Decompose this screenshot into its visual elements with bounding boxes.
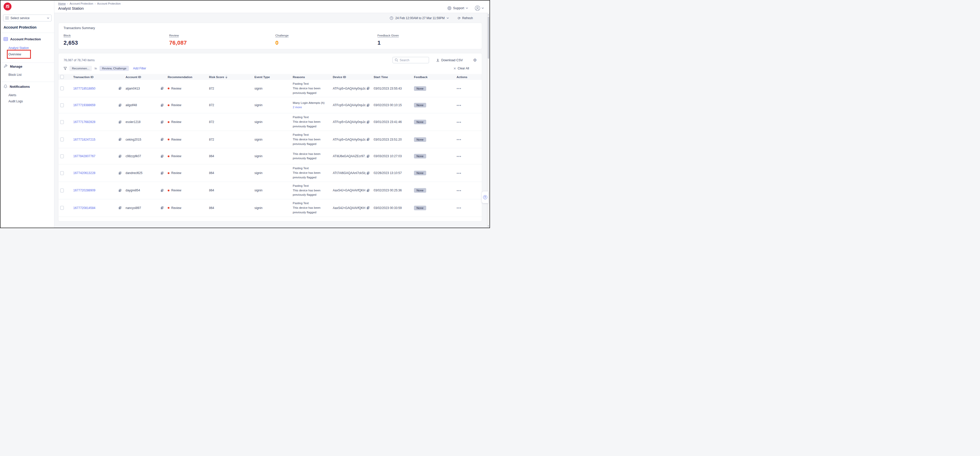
row-checkbox[interactable] xyxy=(60,171,64,175)
table-settings-gear-icon[interactable]: ⚙ xyxy=(473,58,477,62)
row-actions-menu[interactable]: ••• xyxy=(457,103,461,107)
service-selector[interactable]: Select service xyxy=(3,14,52,21)
add-filter-link[interactable]: Add Filter xyxy=(133,67,146,70)
col-transaction-id[interactable]: Transaction ID xyxy=(73,76,126,79)
metric-block-link[interactable]: Block xyxy=(64,34,71,37)
copy-icon[interactable] xyxy=(118,189,121,192)
search-input[interactable] xyxy=(400,59,427,62)
copy-icon[interactable] xyxy=(366,189,369,192)
date-range-selector[interactable]: 24 Feb 12:00AM to 27 Mar 11:59PM xyxy=(395,16,445,20)
event-type: signin xyxy=(255,103,293,107)
row-actions-menu[interactable]: ••• xyxy=(457,188,461,193)
copy-icon[interactable] xyxy=(366,155,369,158)
copy-icon[interactable] xyxy=(161,189,164,192)
breadcrumb-item[interactable]: Account Protection xyxy=(70,2,93,5)
sidebar-section-manage[interactable]: Manage xyxy=(3,64,22,68)
copy-icon[interactable] xyxy=(118,206,121,210)
copy-icon[interactable] xyxy=(366,87,369,90)
more-reasons-link[interactable]: 2 more xyxy=(293,105,330,110)
support-menu[interactable]: Support xyxy=(447,6,468,10)
row-actions-menu[interactable]: ••• xyxy=(457,120,461,124)
copy-icon[interactable] xyxy=(161,172,164,175)
copy-icon[interactable] xyxy=(161,155,164,158)
sidebar-section-account-protection[interactable]: Account Protection xyxy=(3,37,41,41)
copy-icon[interactable] xyxy=(161,121,164,124)
col-reasons[interactable]: Reasons xyxy=(293,76,333,79)
copy-icon[interactable] xyxy=(118,121,121,124)
copy-icon[interactable] xyxy=(161,206,164,210)
transaction-id-link[interactable]: 1677717682828 xyxy=(73,120,95,124)
row-actions-menu[interactable]: ••• xyxy=(457,137,461,141)
transaction-id-link[interactable]: 1677720288909 xyxy=(73,189,95,192)
scroll-up-arrow[interactable]: ▲ xyxy=(487,14,489,16)
sidebar-item-block-list[interactable]: Block List xyxy=(8,73,21,76)
copy-icon[interactable] xyxy=(161,138,164,141)
sidebar-section-notifications[interactable]: Notifications xyxy=(3,84,30,89)
reasons: Pasting TextThis device has been previou… xyxy=(293,80,333,97)
col-risk-score[interactable]: Risk Score xyxy=(209,76,255,79)
copy-icon[interactable] xyxy=(366,172,369,175)
row-checkbox[interactable] xyxy=(60,86,64,91)
bell-icon xyxy=(3,84,7,89)
metric-challenge-link[interactable]: Challenge xyxy=(275,34,289,37)
copy-icon[interactable] xyxy=(118,87,121,90)
transaction-id-link[interactable]: 1677420613228 xyxy=(73,171,95,175)
copy-icon[interactable] xyxy=(118,172,121,175)
event-type: signin xyxy=(255,189,293,192)
sidebar-item-analyst-station[interactable]: Analyst Station xyxy=(8,46,29,50)
metric-feedback-link[interactable]: Feedback Given xyxy=(377,34,399,37)
copy-icon[interactable] xyxy=(366,103,369,107)
transaction-id-link[interactable]: 1677719388659 xyxy=(73,103,95,107)
user-menu[interactable] xyxy=(475,5,484,11)
feedback-badge: None xyxy=(414,154,426,159)
row-actions-menu[interactable]: ••• xyxy=(457,86,461,91)
row-checkbox[interactable] xyxy=(60,120,64,124)
risk-score: 864 xyxy=(209,171,255,175)
breadcrumb-home-link[interactable]: Home xyxy=(58,2,65,5)
row-checkbox[interactable] xyxy=(60,138,64,141)
col-feedback[interactable]: Feedback xyxy=(414,76,457,79)
transaction-id-link[interactable]: 1677720814584 xyxy=(73,206,95,210)
col-event-type[interactable]: Event Type xyxy=(255,76,293,79)
col-device-id[interactable]: Device ID xyxy=(333,76,374,79)
chevron-down-icon xyxy=(482,7,484,9)
chevron-down-icon[interactable] xyxy=(447,17,449,19)
col-recommendation[interactable]: Recommendation xyxy=(168,76,209,79)
scroll-down-arrow[interactable]: ▼ xyxy=(487,225,489,227)
transaction-id-link[interactable]: 1677842807767 xyxy=(73,154,95,158)
col-start-time[interactable]: Start Time xyxy=(374,76,414,79)
metric-review-link[interactable]: Review xyxy=(169,34,179,37)
sidebar-item-audit-logs[interactable]: Audit Logs xyxy=(8,100,23,103)
table-body: 1677718518850 atjam0413 Review 872 signi… xyxy=(59,80,482,221)
download-csv-button[interactable]: Download CSV xyxy=(436,59,463,62)
copy-icon[interactable] xyxy=(161,87,164,90)
copy-icon[interactable] xyxy=(366,138,369,141)
help-button[interactable]: ? xyxy=(482,191,488,203)
row-actions-menu[interactable]: ••• xyxy=(457,206,461,210)
row-actions-menu[interactable]: ••• xyxy=(457,171,461,175)
select-all-checkbox[interactable] xyxy=(60,75,64,79)
row-checkbox[interactable] xyxy=(60,189,64,192)
copy-icon[interactable] xyxy=(161,103,164,107)
copy-icon[interactable] xyxy=(366,206,369,210)
review-status-dot xyxy=(168,156,169,157)
copy-icon[interactable] xyxy=(118,138,121,141)
scrollbar-thumb[interactable] xyxy=(488,17,489,59)
row-actions-menu[interactable]: ••• xyxy=(457,154,461,159)
row-checkbox[interactable] xyxy=(60,206,64,210)
refresh-button[interactable]: ⟳ Refresh xyxy=(458,16,473,20)
copy-icon[interactable] xyxy=(366,121,369,124)
clear-all-button[interactable]: ✕ Clear All xyxy=(453,67,469,70)
filter-field-chip[interactable]: Recommen... xyxy=(69,66,92,71)
filter-value-chip[interactable]: Review, Challenge xyxy=(100,66,129,71)
sidebar-item-alerts[interactable]: Alerts xyxy=(8,94,16,97)
copy-icon[interactable] xyxy=(118,103,121,107)
table-row: 1677842807767 c98zzpfk07 Review 864 sign… xyxy=(59,148,482,164)
col-account-id[interactable]: Account ID xyxy=(126,76,168,79)
transaction-id-link[interactable]: 1677718518850 xyxy=(73,87,95,91)
copy-icon[interactable] xyxy=(118,155,121,158)
transaction-id-link[interactable]: 1677718247215 xyxy=(73,138,95,141)
row-checkbox[interactable] xyxy=(60,103,64,107)
transactions-table-card: 76,087 of 78,740 items Download CSV ⚙ xyxy=(58,53,482,221)
row-checkbox[interactable] xyxy=(60,154,64,158)
